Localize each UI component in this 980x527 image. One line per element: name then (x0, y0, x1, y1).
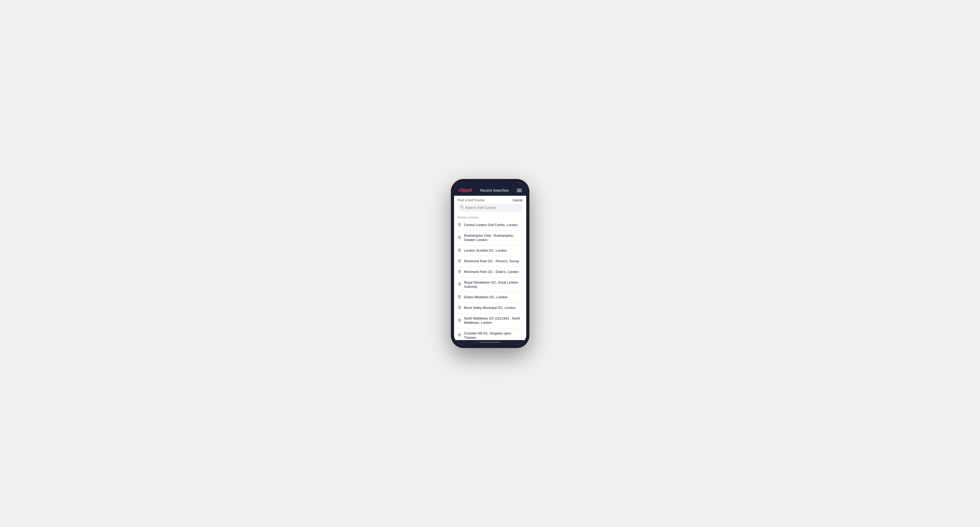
courses-section: Nearby courses Central London Golf Centr… (454, 214, 526, 340)
course-list-item[interactable]: Brent Valley Municipal GC, London (454, 303, 526, 313)
search-input[interactable] (465, 206, 520, 210)
course-list: Central London Golf Centre, London Roeha… (454, 220, 526, 340)
location-pin-icon (458, 319, 461, 323)
course-name: Coombe Hill GC, Kingston upon Thames (464, 331, 522, 340)
course-name: Richmond Park GC - Prince's, Surrey (464, 259, 519, 264)
course-name: Roehampton Club - Roehampton, Greater Lo… (464, 233, 522, 242)
course-list-item[interactable]: London Scottish GC, London (454, 246, 526, 256)
home-indicator (479, 342, 501, 343)
location-pin-icon (458, 282, 461, 287)
course-name: Brent Valley Municipal GC, London (464, 306, 516, 310)
course-name: Central London Golf Centre, London (464, 223, 518, 227)
search-area: Find a Golf Course Cancel (454, 196, 526, 214)
menu-icon[interactable] (517, 189, 522, 192)
course-list-item[interactable]: Richmond Park GC - Duke's, London (454, 267, 526, 278)
search-box (458, 204, 522, 211)
course-name: North Middlesex GC (1011942 - North Midd… (464, 316, 522, 325)
course-name: Royal Wimbledon GC, Great London Authori… (464, 280, 522, 289)
course-list-item[interactable]: Central London Golf Centre, London (454, 220, 526, 231)
menu-line-3 (517, 192, 522, 192)
course-list-item[interactable]: North Middlesex GC (1011942 - North Midd… (454, 313, 526, 329)
app-logo: clippd (458, 187, 472, 193)
location-pin-icon (458, 248, 461, 253)
location-pin-icon (458, 295, 461, 300)
search-icon (460, 206, 464, 210)
course-name: Dukes Meadows GC, London (464, 295, 508, 299)
location-pin-icon (458, 270, 461, 274)
status-bar (454, 182, 526, 185)
menu-line-2 (517, 190, 522, 190)
nearby-courses-header: Nearby courses (454, 214, 526, 220)
course-name: London Scottish GC, London (464, 248, 507, 253)
phone-screen: clippd Recent Searches Find a Golf Cours… (454, 182, 526, 345)
find-label: Find a Golf Course (458, 198, 485, 202)
location-pin-icon (458, 223, 461, 227)
cancel-button[interactable]: Cancel (512, 198, 522, 202)
course-list-item[interactable]: Dukes Meadows GC, London (454, 292, 526, 303)
course-list-item[interactable]: Royal Wimbledon GC, Great London Authori… (454, 278, 526, 292)
course-list-item[interactable]: Richmond Park GC - Prince's, Surrey (454, 256, 526, 267)
menu-line-1 (517, 189, 522, 189)
course-name: Richmond Park GC - Duke's, London (464, 270, 519, 274)
app-header: clippd Recent Searches (454, 185, 526, 196)
course-list-item[interactable]: Coombe Hill GC, Kingston upon Thames (454, 329, 526, 340)
find-row: Find a Golf Course Cancel (454, 196, 526, 204)
svg-line-1 (463, 208, 463, 209)
location-pin-icon (458, 306, 461, 310)
location-pin-icon (458, 259, 461, 264)
home-indicator-bar (454, 340, 526, 345)
course-list-item[interactable]: Roehampton Club - Roehampton, Greater Lo… (454, 231, 526, 246)
location-pin-icon (458, 236, 461, 240)
header-title: Recent Searches (480, 188, 509, 192)
svg-point-0 (461, 206, 463, 208)
location-pin-icon (458, 333, 461, 338)
phone-frame: clippd Recent Searches Find a Golf Cours… (451, 179, 530, 348)
